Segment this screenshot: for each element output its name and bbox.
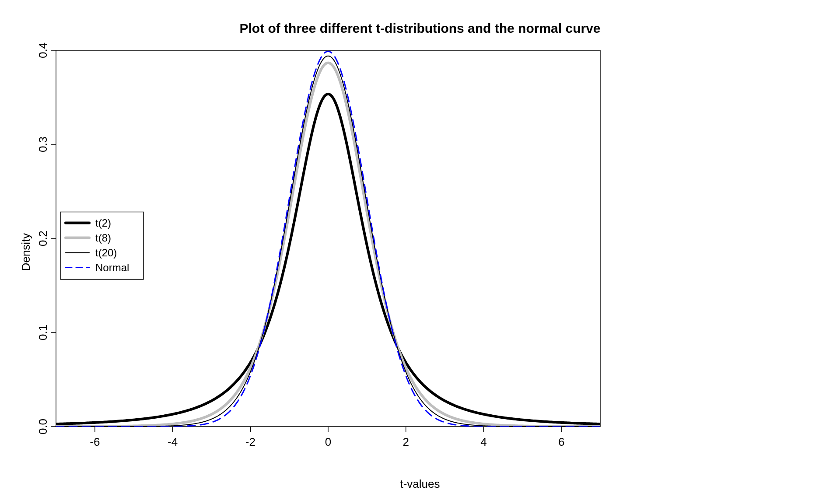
- x-tick-label: 6: [558, 435, 564, 448]
- y-tick-label: 0.4: [36, 42, 49, 58]
- x-tick-label: 0: [325, 435, 331, 448]
- legend-label: Normal: [95, 262, 129, 273]
- x-tick-label: -4: [168, 435, 178, 448]
- chart-svg: -6-4-202460.00.10.20.30.4t(2)t(8)t(20)No…: [0, 0, 840, 504]
- x-tick-label: -6: [90, 435, 100, 448]
- chart-container: Plot of three different t-distributions …: [0, 0, 840, 504]
- x-tick-label: 2: [402, 435, 409, 448]
- y-tick-label: 0.2: [36, 231, 49, 246]
- x-tick-label: -2: [245, 435, 256, 448]
- y-tick-label: 0.0: [36, 419, 49, 434]
- y-tick-label: 0.3: [36, 136, 49, 152]
- legend-label: t(2): [95, 217, 111, 229]
- x-tick-label: 4: [480, 435, 486, 448]
- legend-label: t(20): [95, 247, 117, 259]
- legend-label: t(8): [95, 232, 111, 244]
- y-tick-label: 0.1: [36, 325, 49, 340]
